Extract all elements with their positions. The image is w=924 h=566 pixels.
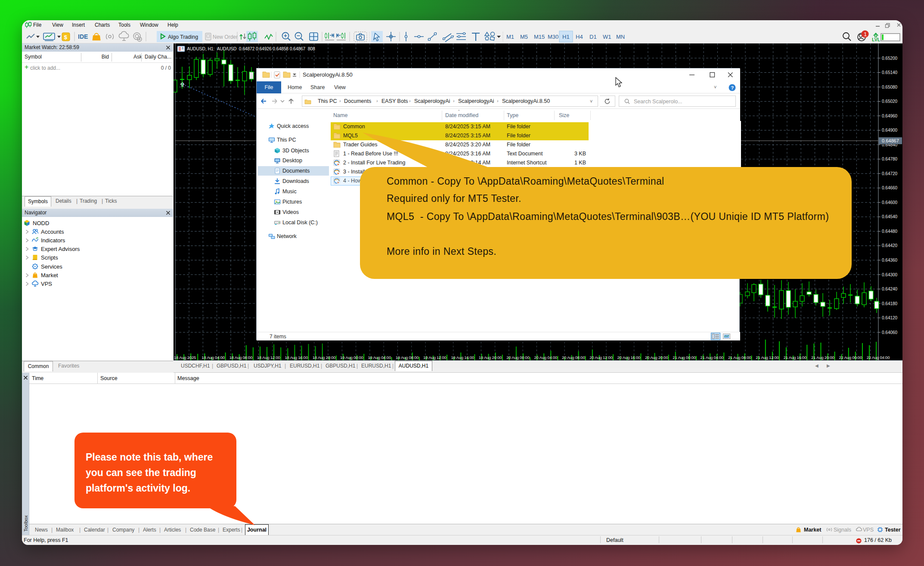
svg-text:M15: M15 bbox=[534, 34, 545, 40]
svg-text:18 Aug 08:00: 18 Aug 08:00 bbox=[229, 355, 253, 360]
svg-text:Common - Copy To \AppData\Roam: Common - Copy To \AppData\Roaming\MetaQu… bbox=[387, 176, 664, 187]
svg-text:20 Aug 16:00: 20 Aug 16:00 bbox=[617, 355, 641, 360]
svg-text:0.64120: 0.64120 bbox=[882, 315, 898, 320]
svg-text:W1: W1 bbox=[603, 34, 611, 40]
svg-text:19 Aug 16:00: 19 Aug 16:00 bbox=[451, 355, 474, 360]
svg-text:0.64060: 0.64060 bbox=[882, 330, 898, 335]
svg-text:18 Aug 20:00: 18 Aug 20:00 bbox=[313, 355, 336, 360]
svg-text:20 Aug 04:00: 20 Aug 04:00 bbox=[534, 355, 558, 360]
svg-text:0.64180: 0.64180 bbox=[882, 301, 898, 306]
svg-text:Algo Trading: Algo Trading bbox=[168, 34, 198, 40]
svg-text:platform's activity log.: platform's activity log. bbox=[86, 482, 190, 494]
svg-text:MN: MN bbox=[616, 34, 625, 40]
svg-text:Required only for MT5 Tester.: Required only for MT5 Tester. bbox=[387, 193, 521, 204]
svg-text:0.64360: 0.64360 bbox=[882, 258, 898, 263]
svg-text:18 Aug 04:00: 18 Aug 04:00 bbox=[202, 355, 225, 360]
svg-text:0.64480: 0.64480 bbox=[882, 229, 898, 234]
svg-text:18 Aug 16:00: 18 Aug 16:00 bbox=[285, 355, 308, 360]
svg-text:0.64540: 0.64540 bbox=[882, 214, 898, 219]
svg-text:20 Aug 20:00: 20 Aug 20:00 bbox=[645, 355, 668, 360]
svg-text:?: ? bbox=[731, 85, 734, 90]
svg-text:0.64660: 0.64660 bbox=[882, 186, 898, 190]
svg-text:20 Aug 00:00: 20 Aug 00:00 bbox=[506, 355, 530, 360]
svg-text:0.65140: 0.65140 bbox=[882, 70, 898, 75]
svg-text:More info in Next Steps.: More info in Next Steps. bbox=[387, 246, 496, 257]
svg-text:18 Aug 2025: 18 Aug 2025 bbox=[174, 355, 196, 360]
svg-text:0.64720: 0.64720 bbox=[882, 171, 898, 176]
svg-text:21 Aug 20:00: 21 Aug 20:00 bbox=[811, 355, 834, 360]
svg-text:22 Aug 00:00: 22 Aug 00:00 bbox=[839, 355, 862, 360]
svg-text:D1: D1 bbox=[589, 34, 597, 40]
svg-text:0.64420: 0.64420 bbox=[882, 243, 898, 248]
svg-text:0.64780: 0.64780 bbox=[882, 157, 898, 161]
svg-text:21 Aug 16:00: 21 Aug 16:00 bbox=[784, 355, 807, 360]
svg-text:21 Aug 08:00: 21 Aug 08:00 bbox=[728, 355, 751, 360]
svg-text:22 Aug 04:00: 22 Aug 04:00 bbox=[867, 355, 890, 360]
svg-text:19 Aug 08:00: 19 Aug 08:00 bbox=[396, 355, 419, 360]
svg-text:0.64600: 0.64600 bbox=[882, 200, 898, 205]
svg-text:H1: H1 bbox=[562, 34, 570, 40]
svg-text:New Order: New Order bbox=[213, 34, 238, 40]
svg-text:0.64867: 0.64867 bbox=[882, 138, 899, 143]
svg-text:0.65020: 0.65020 bbox=[882, 99, 898, 104]
svg-text:0.65200: 0.65200 bbox=[882, 56, 898, 61]
svg-text:0.64960: 0.64960 bbox=[882, 114, 898, 118]
svg-text:1: 1 bbox=[864, 31, 867, 37]
svg-text:LVL: LVL bbox=[872, 37, 881, 42]
svg-text:19 Aug 12:00: 19 Aug 12:00 bbox=[423, 355, 446, 360]
svg-text:21 Aug 00:00: 21 Aug 00:00 bbox=[673, 355, 696, 360]
svg-text:$: $ bbox=[64, 34, 68, 40]
svg-text:AUDUSD, H1: AUD/USD 0.64872: AUDUSD, H1: AUD/USD 0.64872 0.64926 0.64… bbox=[187, 46, 315, 51]
svg-text:H4: H4 bbox=[576, 34, 583, 40]
svg-text:0.65080: 0.65080 bbox=[882, 85, 898, 90]
svg-text:M5: M5 bbox=[520, 34, 528, 40]
svg-text:MQL5 - Copy To \AppData\Roami: MQL5 - Copy To \AppData\Roaming\MetaQuot… bbox=[387, 211, 829, 222]
svg-text:19 Aug 04:00: 19 Aug 04:00 bbox=[368, 355, 391, 360]
svg-text:M1: M1 bbox=[506, 34, 514, 40]
svg-text:20 Aug 08:00: 20 Aug 08:00 bbox=[562, 355, 585, 360]
svg-text:0.64240: 0.64240 bbox=[882, 287, 898, 291]
svg-text:M30: M30 bbox=[548, 34, 558, 40]
svg-text:20 Aug 12:00: 20 Aug 12:00 bbox=[589, 355, 613, 360]
svg-text:IDE: IDE bbox=[78, 33, 88, 40]
svg-text:you can see the trading: you can see the trading bbox=[86, 467, 196, 478]
svg-text:0.64900: 0.64900 bbox=[882, 128, 898, 133]
svg-text:0.64300: 0.64300 bbox=[882, 272, 898, 277]
svg-text:Please note this tab, where: Please note this tab, where bbox=[86, 452, 213, 463]
svg-text:19 Aug 00:00: 19 Aug 00:00 bbox=[340, 355, 363, 360]
svg-text:21 Aug 12:00: 21 Aug 12:00 bbox=[756, 355, 779, 360]
svg-text:18 Aug 12:00: 18 Aug 12:00 bbox=[257, 355, 280, 360]
svg-text:21 Aug 04:00: 21 Aug 04:00 bbox=[701, 355, 724, 360]
svg-text:19 Aug 20:00: 19 Aug 20:00 bbox=[479, 355, 502, 360]
